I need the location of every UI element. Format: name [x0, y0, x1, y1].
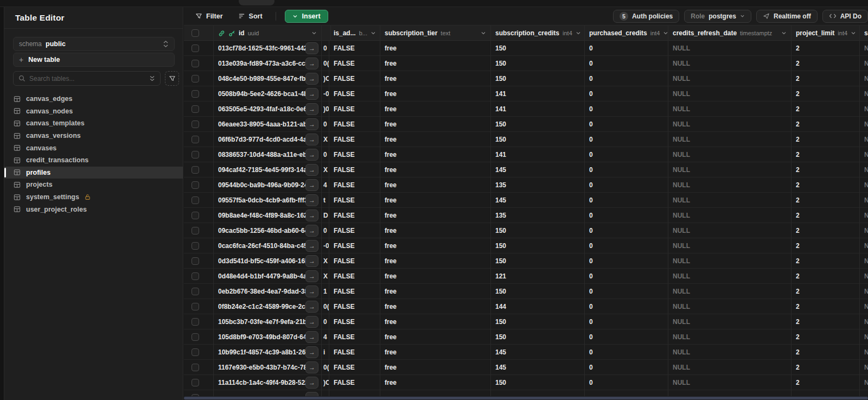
cell-project-limit[interactable]: 2 — [792, 253, 860, 269]
chevron-down-icon[interactable] — [576, 30, 581, 36]
row-checkbox[interactable] — [192, 60, 199, 67]
insert-button[interactable]: Insert — [285, 10, 328, 23]
row-checkbox[interactable] — [192, 227, 199, 234]
cell-hidden-column[interactable]: 0( — [322, 299, 329, 314]
cell-is-admin[interactable]: FALSE — [329, 314, 380, 329]
cell-purchased-credits[interactable]: 0 — [585, 269, 668, 284]
cell-purchased-credits[interactable]: 0 — [585, 314, 668, 329]
cell-project-limit[interactable]: 2 — [792, 208, 860, 223]
cell-purchased-credits[interactable]: 0 — [585, 208, 668, 223]
cell-subscription-tier[interactable]: free — [380, 223, 491, 238]
cell-hidden-column[interactable]: D — [322, 208, 329, 223]
sidebar-item-canvases[interactable]: canvases — [4, 142, 183, 154]
row-checkbox[interactable] — [192, 105, 199, 113]
cell-hidden-column[interactable]: 4 — [322, 177, 329, 193]
cell-subscription-tier[interactable]: free — [380, 269, 491, 284]
cell-subscription-credits[interactable]: 135 — [491, 177, 585, 193]
cell-next-column[interactable]: NULL — [860, 162, 868, 177]
cell-project-limit[interactable]: 2 — [792, 162, 860, 177]
row-checkbox[interactable] — [192, 272, 199, 280]
cell-subscription-tier[interactable]: free — [380, 314, 491, 329]
sidebar-item-credit_transactions[interactable]: credit_transactions — [4, 154, 183, 167]
cell-subscription-tier[interactable]: free — [380, 360, 491, 375]
cell-subscription-credits[interactable]: 141 — [491, 86, 585, 101]
horizontal-scrollbar[interactable] — [184, 396, 868, 400]
cell-subscription-tier[interactable]: free — [380, 238, 491, 253]
expand-row-button[interactable]: → — [305, 42, 318, 54]
cell-is-admin[interactable]: FALSE — [329, 375, 380, 390]
api-docs-button[interactable]: API Do — [822, 10, 868, 23]
cell-next-column[interactable]: NULL — [860, 117, 868, 132]
expand-row-button[interactable]: → — [305, 88, 318, 100]
cell-credits-refresh-date[interactable]: NULL — [668, 375, 792, 390]
cell-id[interactable]: 0eb2b676-38ed-4ea7-9dad-38e6...→ — [214, 284, 322, 299]
column-header-project_limit[interactable]: project_limitint4 — [792, 26, 860, 41]
sidebar-item-profiles[interactable]: profiles — [4, 167, 183, 179]
expand-row-button[interactable]: → — [305, 285, 318, 297]
cell-id[interactable]: 10b99c1f-4857-4c39-a8b1-263b8...→ — [214, 345, 322, 360]
column-header-subscription_tier[interactable]: subscription_tiertext — [380, 26, 491, 41]
cell-purchased-credits[interactable]: 0 — [585, 375, 668, 390]
cell-is-admin[interactable]: FALSE — [329, 299, 380, 314]
cell-subscription-credits[interactable]: 144 — [491, 299, 585, 314]
cell-subscription-credits[interactable]: 150 — [491, 238, 585, 253]
cell-hidden-column[interactable]: X — [322, 132, 329, 147]
expand-row-button[interactable]: → — [305, 164, 318, 176]
cell-is-admin[interactable]: FALSE — [329, 101, 380, 117]
cell-id[interactable]: 0cac6fca-26cf-4510-84ba-c4580...→ — [214, 238, 322, 253]
cell-purchased-credits[interactable]: 0 — [585, 41, 668, 56]
expand-row-button[interactable]: → — [305, 209, 318, 221]
cell-subscription-tier[interactable]: free — [380, 193, 491, 208]
tables-filter-button[interactable] — [165, 71, 179, 86]
expand-row-button[interactable]: → — [305, 134, 318, 145]
row-checkbox[interactable] — [192, 45, 199, 52]
chevron-down-icon[interactable] — [781, 30, 787, 36]
select-all-checkbox[interactable] — [192, 29, 199, 37]
cell-next-column[interactable]: NULL — [860, 101, 868, 117]
cell-subscription-tier[interactable]: free — [380, 56, 491, 71]
cell-id[interactable]: 06f6b7d3-977d-4cd0-acd4-4a78...→ — [214, 132, 322, 147]
row-checkbox[interactable] — [192, 181, 199, 189]
cell-hidden-column[interactable]: 0 — [322, 41, 329, 56]
cell-subscription-credits[interactable]: 150 — [491, 41, 585, 56]
expand-row-button[interactable]: → — [305, 118, 318, 130]
cell-credits-refresh-date[interactable]: NULL — [668, 177, 792, 193]
cell-next-column[interactable]: NULL — [860, 86, 868, 101]
expand-row-button[interactable]: → — [305, 377, 318, 389]
cell-hidden-column[interactable]: )C — [322, 375, 329, 390]
cell-project-limit[interactable]: 2 — [792, 56, 860, 71]
cell-subscription-credits[interactable]: 141 — [491, 101, 585, 117]
column-header-is_ad...[interactable]: is_ad...b... — [329, 26, 380, 41]
expand-row-button[interactable]: → — [305, 179, 318, 191]
row-checkbox[interactable] — [192, 257, 199, 265]
cell-credits-refresh-date[interactable]: NULL — [668, 117, 792, 132]
cell-credits-refresh-date[interactable]: NULL — [668, 253, 792, 269]
expand-row-button[interactable]: → — [305, 270, 318, 282]
cell-hidden-column[interactable]: )C — [322, 71, 329, 86]
sidebar-item-projects[interactable]: projects — [4, 179, 183, 191]
cell-subscription-tier[interactable]: free — [380, 253, 491, 269]
cell-subscription-credits[interactable]: 150 — [491, 253, 585, 269]
sidebar-item-canvas_nodes[interactable]: canvas_nodes — [4, 105, 183, 118]
cell-subscription-credits[interactable]: 150 — [491, 223, 585, 238]
cell-next-column[interactable]: NULL — [860, 177, 868, 193]
cell-purchased-credits[interactable]: 0 — [585, 56, 668, 71]
cell-subscription-credits[interactable]: 150 — [491, 71, 585, 86]
expand-row-button[interactable]: → — [305, 331, 318, 343]
cell-subscription-credits[interactable]: 150 — [491, 375, 585, 390]
cell-subscription-tier[interactable]: free — [380, 329, 491, 345]
cell-next-column[interactable]: NULL — [860, 314, 868, 329]
cell-purchased-credits[interactable]: 0 — [585, 253, 668, 269]
cell-next-column[interactable]: NULL — [860, 329, 868, 345]
horizontal-scrollbar-thumb[interactable] — [184, 397, 868, 399]
cell-subscription-tier[interactable]: free — [380, 284, 491, 299]
cell-purchased-credits[interactable]: 0 — [585, 71, 668, 86]
cell-subscription-credits[interactable]: 150 — [491, 329, 585, 345]
cell-id[interactable]: 013e039a-fd89-473a-a3c6-ccfa9...→ — [214, 56, 322, 71]
cell-hidden-column[interactable]: -0 — [322, 86, 329, 101]
cell-purchased-credits[interactable]: 0 — [585, 223, 668, 238]
cell-hidden-column[interactable]: 0 — [322, 147, 329, 162]
expand-row-button[interactable]: → — [305, 225, 318, 237]
cell-project-limit[interactable]: 2 — [792, 269, 860, 284]
cell-is-admin[interactable]: FALSE — [329, 208, 380, 223]
